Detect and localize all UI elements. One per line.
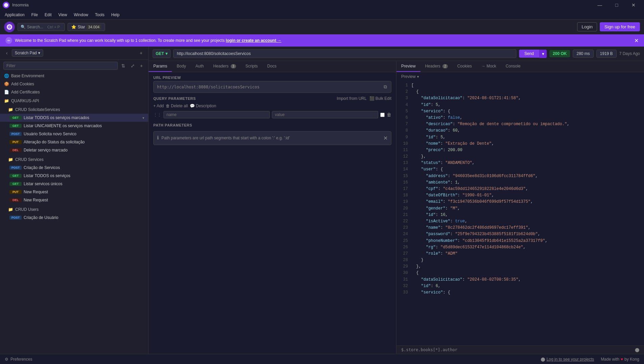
response-tab-headers[interactable]: Headers 2: [420, 61, 453, 72]
param-delete-button[interactable]: 🗑: [387, 112, 391, 117]
json-line-5: 5 "servico": {: [401, 108, 639, 115]
menu-tools[interactable]: Tools: [92, 11, 108, 19]
menu-help[interactable]: Help: [108, 11, 123, 19]
request-criacao-servicos[interactable]: POST Criação de Servicos: [0, 164, 148, 172]
preferences-button[interactable]: ⚙ Preferences: [5, 357, 32, 362]
request-del-new-request[interactable]: DEL New Request: [0, 196, 148, 204]
request-listar-servicos-unicos[interactable]: GET Listar servicos únicos: [0, 180, 148, 188]
response-tab-preview[interactable]: Preview: [396, 61, 420, 72]
bulk-icon: ⬛: [369, 96, 375, 101]
json-line-33: 33 "servico": {: [401, 289, 639, 296]
param-name-input[interactable]: [163, 111, 270, 118]
tab-body[interactable]: Body: [172, 61, 190, 72]
item-label: Listar UNICAMENTE os serviços marcados: [24, 123, 144, 128]
minimize-button[interactable]: —: [592, 0, 608, 10]
banner-close-icon[interactable]: ✕: [634, 37, 639, 44]
response-tab-cookies[interactable]: Cookies: [453, 61, 476, 72]
menu-edit[interactable]: Edit: [41, 11, 55, 19]
description-button[interactable]: 💬 Description: [190, 104, 216, 108]
json-line-24: 24 "password": "25f9e794323b453885f5181f…: [401, 231, 639, 237]
response-tab-mock[interactable]: → Mock: [476, 61, 501, 72]
search-shortcut: Ctrl + P: [47, 25, 60, 29]
signup-button[interactable]: Sign up for free: [600, 22, 640, 31]
send-dropdown-button[interactable]: ▾: [539, 50, 547, 58]
sidebar-breadcrumb[interactable]: Scratch Pad ▾: [12, 49, 43, 57]
bulk-edit-button[interactable]: ⬛ Bulk Edit: [369, 96, 391, 101]
add-collection-button[interactable]: +: [138, 50, 144, 56]
group-crud-solicitate-header[interactable]: 📁 CRUD SolicitateServices: [0, 106, 148, 114]
request-listar-unicamente[interactable]: GET Listar UNICAMENTE os serviços marcad…: [0, 122, 148, 130]
search-box[interactable]: 🔍 Search... Ctrl + P: [18, 23, 65, 31]
menu-window[interactable]: Window: [71, 11, 92, 19]
item-label: Listar TODOS os serviços marcados: [24, 115, 140, 120]
request-alteracao-status[interactable]: PUT Alteração do Status da solicitação: [0, 138, 148, 146]
add-param-button[interactable]: + Add: [153, 104, 164, 108]
json-line-26: 26 "rg": "d5d89dec61532f47e114d104868cb2…: [401, 244, 639, 251]
json-line-18: 18 "dateOfBirth": "1990-01-01",: [401, 192, 639, 199]
request-criacao-usuario[interactable]: POST Criação de Usuário: [0, 214, 148, 222]
request-deletar-servico[interactable]: DEL Deletar serviço marcado: [0, 146, 148, 154]
svg-point-2: [8, 25, 11, 29]
group-crud-services-header[interactable]: 📁 CRUD Services: [0, 156, 148, 164]
insomnia-logo[interactable]: [4, 22, 15, 32]
filter-expand-button[interactable]: ⤢: [129, 62, 137, 70]
preview-dropdown-button[interactable]: ▾: [417, 75, 419, 79]
tab-scripts[interactable]: Scripts: [241, 61, 263, 72]
right-panel: Preview Headers 2 Cookies → Mock Console…: [396, 61, 644, 354]
add-label: + Add: [153, 104, 164, 108]
group-crud-users: 📁 CRUD Users POST Criação de Usuário: [0, 205, 148, 222]
send-button[interactable]: Send: [519, 50, 539, 58]
menu-file[interactable]: File: [28, 11, 41, 19]
copy-url-button[interactable]: ⧉: [383, 83, 388, 90]
login-button[interactable]: Login: [577, 22, 597, 31]
tab-auth[interactable]: Auth: [191, 61, 209, 72]
sidebar-item-add-certificates[interactable]: 📄 Add Certificates: [0, 88, 148, 96]
request-usuario-solicita[interactable]: POST Usuário Solicita novo Servico: [0, 130, 148, 138]
menu-application[interactable]: Application: [1, 11, 28, 19]
json-line-4: 4 "id": 5,: [401, 102, 639, 108]
login-to-see-label[interactable]: Log in to see your projects: [546, 357, 594, 362]
method-badge-del: DEL: [9, 148, 22, 152]
request-listar-todos-servicos2[interactable]: GET Listar TODOS os serviços: [0, 172, 148, 180]
filter-input[interactable]: [3, 62, 118, 70]
star-button[interactable]: ⭐ Star 34.004: [68, 23, 105, 31]
sidebar-back-button[interactable]: ‹: [4, 50, 10, 56]
tab-params[interactable]: Params: [149, 61, 172, 72]
filter-sort-button[interactable]: ⇅: [119, 62, 127, 70]
method-badge-get: GET: [9, 182, 22, 186]
url-input[interactable]: [173, 49, 516, 58]
menu-view[interactable]: View: [55, 11, 71, 19]
delete-all-button[interactable]: 🗑 Delete all: [166, 104, 188, 108]
filter-add-button[interactable]: +: [138, 62, 145, 70]
collection-label: QUARKUS-API: [11, 99, 39, 103]
description-label: Description: [196, 104, 216, 108]
param-checkbox[interactable]: [380, 113, 385, 117]
tab-headers[interactable]: Headers 3: [208, 61, 240, 72]
maximize-button[interactable]: □: [609, 0, 624, 10]
method-select[interactable]: GET ▾: [153, 49, 171, 58]
breadcrumb-label: Scratch Pad: [15, 51, 37, 55]
json-line-7: 7 "descricao": "Remoção de dente comprom…: [401, 121, 639, 128]
group-crud-users-header[interactable]: 📁 CRUD Users: [0, 205, 148, 214]
banner-text: Welcome to the Scratch Pad where you can…: [15, 38, 634, 43]
tab-docs[interactable]: Docs: [262, 61, 281, 72]
sidebar-item-add-cookies[interactable]: 🍪 Add Cookies: [0, 80, 148, 88]
collection-quarkus-api-header[interactable]: 📁 QUARKUS-API: [0, 97, 148, 105]
response-tab-console[interactable]: Console: [501, 61, 525, 72]
banner-link[interactable]: login or create an account →: [226, 38, 282, 43]
preview-header: Preview ▾: [396, 72, 644, 81]
request-put-new-request[interactable]: PUT New Request: [0, 188, 148, 196]
toolbar: 🔍 Search... Ctrl + P ⭐ Star 34.004 Login…: [0, 20, 644, 34]
import-from-url-button[interactable]: Import from URL: [337, 96, 367, 101]
sidebar-item-base-environment[interactable]: 🌐 Base Environment: [0, 72, 148, 80]
gear-icon: ⚙: [5, 357, 8, 362]
param-value-input[interactable]: [272, 111, 378, 118]
drag-handle-icon: ⋮⋮: [153, 112, 161, 117]
request-listar-todos-servicos[interactable]: GET Listar TODOS os serviços marcados ▾: [0, 114, 148, 122]
path-params-close-button[interactable]: ✕: [383, 135, 388, 141]
method-badge-post: POST: [9, 132, 22, 136]
jsonpath-text: $.store.books[*].author: [401, 347, 457, 352]
json-line-11: 11 "preco": 200.00: [401, 147, 639, 153]
json-line-21: 21 "id": 16,: [401, 212, 639, 218]
close-button[interactable]: ✕: [626, 0, 641, 10]
